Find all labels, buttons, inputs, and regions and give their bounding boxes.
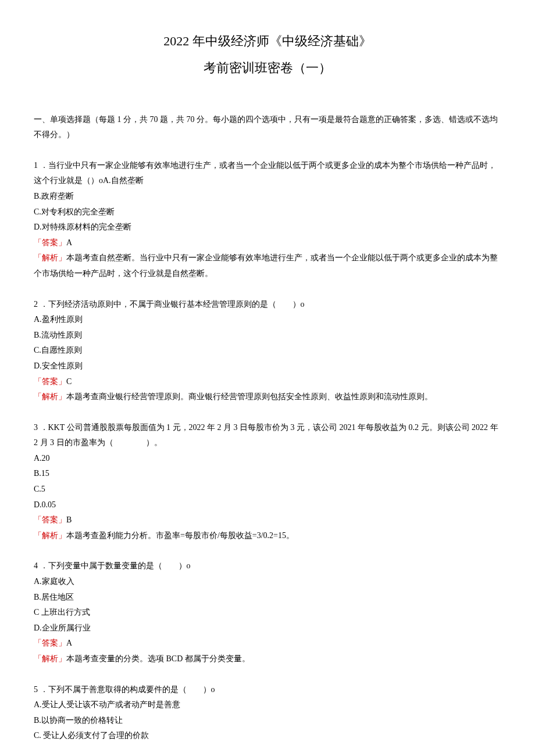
option-c: C.5 [34, 482, 501, 497]
option-a: A.受让人受让该不动产或者动产时是善意 [34, 697, 501, 713]
explain-line: 「解析」本题考查变量的分类。选项 BCD 都属于分类变量。 [34, 651, 501, 667]
option-b: B.流动性原则 [34, 328, 501, 343]
option-d: D.0.05 [34, 497, 501, 513]
answer-line: 「答案」C [34, 374, 501, 390]
option-a: A.家庭收入 [34, 574, 501, 590]
option-c: C. 受让人必须支付了合理的价款 [34, 728, 501, 744]
answer-label: 「答案」 [34, 515, 66, 524]
explain-text: 本题考查商业银行经营管理原则。商业银行经营管理原则包括安全性原则、收益性原则和流… [66, 392, 433, 401]
question-2: 2 ．下列经济活动原则中，不属于商业银行基本经营管理原则的是（ ）o A.盈利性… [34, 297, 501, 405]
answer-label: 「答案」 [34, 238, 66, 247]
answer-value: B [66, 515, 72, 524]
answer-value: C [66, 377, 72, 386]
option-c: C.对专利权的完全垄断 [34, 205, 501, 220]
answer-label: 「答案」 [34, 377, 66, 386]
question-1: 1 ．当行业中只有一家企业能够有效率地进行生产，或者当一个企业能以低于两个或更多… [34, 158, 501, 282]
question-stem: 5 ．下列不属于善意取得的构成要件的是（ ）o [34, 682, 501, 698]
answer-line: 「答案」A [34, 636, 501, 651]
option-c: C 上班出行方式 [34, 605, 501, 621]
question-stem: 3 ．KKT 公司普通股股票每股面值为 1 元，2022 年 2 月 3 日每股… [34, 420, 501, 451]
question-3: 3 ．KKT 公司普通股股票每股面值为 1 元，2022 年 2 月 3 日每股… [34, 420, 501, 544]
answer-value: A [66, 639, 72, 647]
option-c: C.自愿性原则 [34, 343, 501, 359]
option-d: D.对特殊原材料的完全垄断 [34, 220, 501, 235]
option-b: B.政府垄断 [34, 189, 501, 205]
explain-line: 「解析」本题考查自然垄断。当行业中只有一家企业能够有效率地进行生产，或者当一个企… [34, 250, 501, 281]
option-d: D.企业所属行业 [34, 621, 501, 636]
option-b: B.居住地区 [34, 590, 501, 605]
question-stem: 1 ．当行业中只有一家企业能够有效率地进行生产，或者当一个企业能以低于两个或更多… [34, 158, 501, 189]
option-b: B.15 [34, 466, 501, 482]
explain-label: 「解析」 [34, 654, 66, 663]
option-b: B.以协商一致的价格转让 [34, 713, 501, 729]
explain-text: 本题考查盈利能力分析。市盈率=每股市价/每股收益=3/0.2=15。 [66, 531, 294, 540]
question-5: 5 ．下列不属于善意取得的构成要件的是（ ）o A.受让人受让该不动产或者动产时… [34, 682, 501, 744]
question-stem: 4 ．下列变量中属于数量变量的是（ ）o [34, 558, 501, 574]
answer-line: 「答案」B [34, 513, 501, 528]
explain-text: 本题考查自然垄断。当行业中只有一家企业能够有效率地进行生产，或者当一个企业能以低… [34, 253, 498, 278]
question-4: 4 ．下列变量中属于数量变量的是（ ）o A.家庭收入 B.居住地区 C 上班出… [34, 558, 501, 667]
explain-text: 本题考查变量的分类。选项 BCD 都属于分类变量。 [66, 654, 250, 663]
explain-label: 「解析」 [34, 531, 66, 540]
explain-label: 「解析」 [34, 253, 66, 262]
section-instruction: 一、单项选择题（每题 1 分，共 70 题，共 70 分。每小题的四个选项中，只… [34, 112, 501, 143]
question-stem: 2 ．下列经济活动原则中，不属于商业银行基本经营管理原则的是（ ）o [34, 297, 501, 313]
explain-line: 「解析」本题考查盈利能力分析。市盈率=每股市价/每股收益=3/0.2=15。 [34, 528, 501, 544]
answer-value: A [66, 238, 72, 247]
answer-line: 「答案」A [34, 235, 501, 251]
option-d: D.安全性原则 [34, 359, 501, 374]
option-a: A.盈利性原则 [34, 312, 501, 328]
option-a: A.20 [34, 451, 501, 467]
explain-label: 「解析」 [34, 392, 66, 401]
page-subtitle: 考前密训班密卷（一） [34, 56, 501, 80]
explain-line: 「解析」本题考查商业银行经营管理原则。商业银行经营管理原则包括安全性原则、收益性… [34, 389, 501, 405]
answer-label: 「答案」 [34, 639, 66, 647]
page-title: 2022 年中级经济师《中级经济基础》 [34, 29, 501, 53]
